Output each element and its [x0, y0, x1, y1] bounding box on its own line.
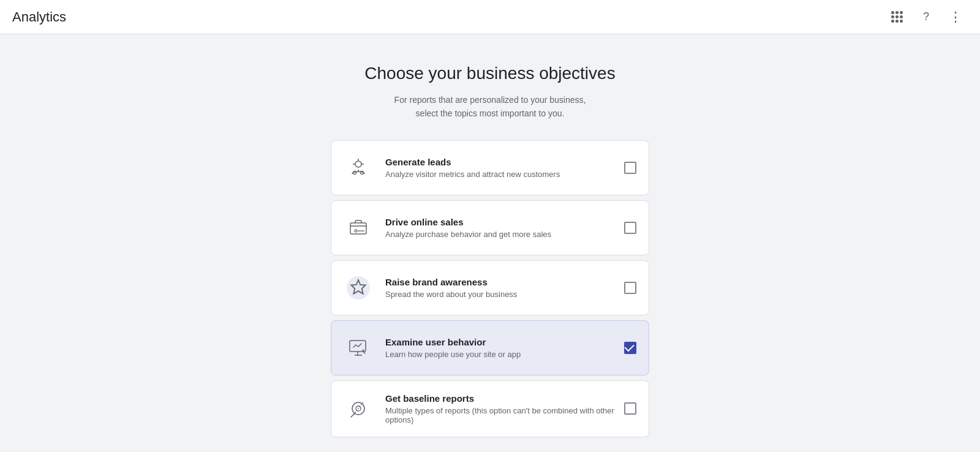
sales-checkbox[interactable] [624, 222, 636, 234]
more-icon: ⋮ [949, 10, 962, 24]
sales-icon [344, 213, 373, 243]
option-get-baseline-reports[interactable]: Get baseline reports Multiple types of r… [331, 380, 649, 437]
page-title: Choose your business objectives [364, 64, 615, 83]
help-button[interactable]: ? [914, 5, 938, 29]
sales-title: Drive online sales [385, 217, 614, 227]
more-options-button[interactable]: ⋮ [943, 5, 968, 29]
grid-icon [891, 11, 903, 23]
brand-desc: Spread the word about your business [385, 290, 614, 299]
topbar: Analytics ? ⋮ [0, 0, 980, 34]
main-content: Choose your business objectives For repo… [0, 34, 980, 452]
page-subtitle: For reports that are personalized to you… [394, 93, 586, 121]
leads-icon [344, 153, 373, 183]
behavior-checkbox[interactable] [624, 342, 636, 354]
topbar-actions: ? ⋮ [884, 5, 968, 29]
baseline-checkbox[interactable] [624, 402, 636, 415]
brand-checkbox[interactable] [624, 282, 636, 294]
svg-rect-3 [350, 223, 366, 234]
grid-apps-button[interactable] [884, 5, 909, 29]
baseline-icon [344, 394, 373, 423]
options-list: Generate leads Analyze visitor metrics a… [331, 140, 649, 437]
option-examine-user-behavior[interactable]: Examine user behavior Learn how people u… [331, 320, 649, 375]
baseline-desc: Multiple types of reports (this option c… [385, 406, 614, 424]
app-title: Analytics [12, 9, 66, 25]
baseline-title: Get baseline reports [385, 393, 614, 404]
help-icon: ? [923, 10, 929, 23]
option-raise-brand-awareness[interactable]: Raise brand awareness Spread the word ab… [331, 260, 649, 315]
behavior-desc: Learn how people use your site or app [385, 350, 614, 359]
svg-point-4 [355, 230, 357, 232]
svg-point-0 [355, 161, 361, 167]
brand-icon [344, 273, 373, 303]
leads-desc: Analyze visitor metrics and attract new … [385, 170, 614, 179]
svg-point-6 [363, 349, 364, 351]
sales-desc: Analyze purchase behavior and get more s… [385, 230, 614, 239]
leads-title: Generate leads [385, 157, 614, 167]
behavior-title: Examine user behavior [385, 337, 614, 347]
brand-title: Raise brand awareness [385, 277, 614, 287]
behavior-icon [344, 333, 373, 363]
option-generate-leads[interactable]: Generate leads Analyze visitor metrics a… [331, 140, 649, 195]
leads-checkbox[interactable] [624, 162, 636, 174]
option-drive-online-sales[interactable]: Drive online sales Analyze purchase beha… [331, 200, 649, 255]
